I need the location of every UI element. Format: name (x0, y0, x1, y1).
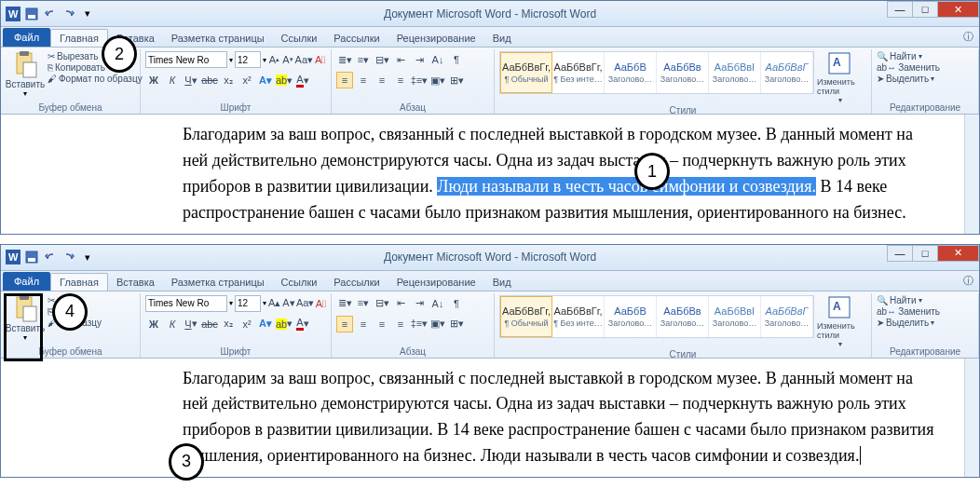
close-button[interactable]: ✕ (937, 245, 979, 262)
underline-button[interactable]: Ч▾ (183, 316, 199, 332)
styles-gallery[interactable]: АаБбВвГг,¶ ОбычныйАаБбВвГг,¶ Без инте…Аа… (499, 295, 814, 338)
change-styles-button[interactable]: A Изменить стили ▾ (817, 51, 864, 104)
align-center-button[interactable]: ≡ (355, 316, 372, 332)
help-icon[interactable]: ⓘ (963, 30, 973, 44)
document-body[interactable]: Благодарим за ваш вопрос, связанный с по… (1, 115, 979, 234)
shrink-font-button[interactable]: A▾ (282, 51, 294, 68)
style-card[interactable]: АаБбВвГЗаголово… (761, 52, 813, 93)
italic-button[interactable]: К (164, 72, 181, 88)
tab-references[interactable]: Ссылки (273, 274, 326, 291)
replace-button[interactable]: ab↔ Заменить (877, 62, 973, 73)
multilevel-button[interactable]: ⊟▾ (374, 51, 390, 68)
style-card[interactable]: АаБбВвГг,¶ Без инте… (552, 52, 605, 93)
shading-button[interactable]: ▣▾ (429, 72, 446, 88)
tab-mailings[interactable]: Рассылки (325, 274, 388, 291)
align-left-button[interactable]: ≡ (336, 316, 353, 332)
change-case-button[interactable]: Aa▾ (297, 295, 314, 312)
chevron-down-icon[interactable]: ▾ (229, 299, 233, 307)
tab-home[interactable]: Главная (50, 273, 108, 291)
tab-references[interactable]: Ссылки (273, 30, 326, 47)
redo-icon[interactable] (61, 6, 77, 22)
style-card[interactable]: АаБбВвІЗаголово… (709, 296, 761, 337)
chevron-down-icon[interactable]: ▾ (263, 56, 266, 64)
text-effects-button[interactable]: A▾ (257, 316, 274, 332)
qat-dropdown-icon[interactable]: ▾ (79, 249, 96, 265)
tab-view[interactable]: Вид (484, 274, 520, 291)
borders-button[interactable]: ⊞▾ (448, 72, 465, 88)
font-name-select[interactable] (145, 51, 227, 68)
bullets-button[interactable]: ≣▾ (336, 295, 353, 312)
qat-dropdown-icon[interactable]: ▾ (79, 6, 96, 22)
tab-review[interactable]: Рецензирование (388, 30, 484, 47)
scrollbar-v[interactable] (964, 359, 979, 478)
clear-format-button[interactable]: Aͫ (314, 51, 326, 68)
text-effects-button[interactable]: A▾ (257, 72, 274, 88)
find-button[interactable]: 🔍Найти▾ (877, 295, 973, 305)
style-card[interactable]: АаБбВЗаголово… (605, 52, 657, 93)
chevron-down-icon[interactable]: ▾ (263, 299, 266, 307)
align-right-button[interactable]: ≡ (374, 72, 390, 88)
strike-button[interactable]: abc (201, 72, 218, 88)
style-card[interactable]: АаБбВвІЗаголово… (709, 52, 761, 93)
shrink-font-button[interactable]: A▾ (282, 295, 294, 312)
sort-button[interactable]: A↓ (429, 295, 446, 312)
style-card[interactable]: АаБбВЗаголово… (605, 296, 657, 337)
save-icon[interactable] (23, 249, 40, 265)
format-painter-button[interactable]: 🖌 Формат по образцу (48, 74, 143, 84)
tab-view[interactable]: Вид (484, 30, 520, 47)
paste-button[interactable]: Вставить ▾ (6, 51, 45, 98)
file-tab[interactable]: Файл (3, 272, 50, 291)
bullets-button[interactable]: ≣▾ (336, 51, 353, 68)
maximize-button[interactable]: □ (912, 1, 938, 18)
style-card[interactable]: АаБбВвГг,¶ Без инте… (552, 296, 605, 337)
grow-font-button[interactable]: A▴ (268, 295, 280, 312)
redo-icon[interactable] (61, 249, 77, 265)
styles-gallery[interactable]: АаБбВвГг,¶ ОбычныйАаБбВвГг,¶ Без инте…Аа… (499, 51, 814, 94)
line-spacing-button[interactable]: ‡≡▾ (411, 72, 428, 88)
select-button[interactable]: ➤Выделить▾ (877, 318, 973, 328)
align-left-button[interactable]: ≡ (336, 72, 353, 88)
font-color-button[interactable]: A▾ (294, 316, 311, 332)
font-size-select[interactable] (235, 51, 261, 68)
change-case-button[interactable]: Aa▾ (295, 51, 312, 68)
tab-review[interactable]: Рецензирование (388, 274, 484, 291)
underline-button[interactable]: Ч▾ (183, 72, 199, 88)
replace-button[interactable]: ab↔Заменить (877, 306, 973, 317)
tab-pagelayout[interactable]: Разметка страницы (163, 274, 273, 291)
tab-mailings[interactable]: Рассылки (325, 30, 388, 47)
multilevel-button[interactable]: ⊟▾ (374, 295, 390, 312)
find-button[interactable]: 🔍 Найти ▾ (877, 51, 973, 61)
show-marks-button[interactable]: ¶ (448, 295, 465, 312)
select-button[interactable]: ➤ Выделить ▾ (877, 74, 973, 84)
close-button[interactable]: ✕ (937, 1, 979, 18)
help-icon[interactable]: ⓘ (963, 274, 973, 288)
borders-button[interactable]: ⊞▾ (448, 316, 465, 332)
strike-button[interactable]: abc (201, 316, 218, 332)
increase-indent-button[interactable]: ⇥ (411, 295, 428, 312)
justify-button[interactable]: ≡ (392, 72, 409, 88)
align-center-button[interactable]: ≡ (355, 72, 372, 88)
clear-format-button[interactable]: Aͫ (316, 295, 326, 312)
superscript-button[interactable]: x² (238, 316, 255, 332)
change-styles-button[interactable]: A Изменить стили ▾ (817, 295, 864, 348)
tab-pagelayout[interactable]: Разметка страницы (163, 30, 273, 47)
subscript-button[interactable]: x₂ (220, 72, 237, 88)
undo-icon[interactable] (42, 6, 59, 22)
decrease-indent-button[interactable]: ⇤ (392, 295, 409, 312)
decrease-indent-button[interactable]: ⇤ (392, 51, 409, 68)
bold-button[interactable]: Ж (145, 316, 162, 332)
highlight-button[interactable]: ab▾ (276, 316, 293, 332)
style-card[interactable]: АаБбВвЗаголово… (657, 52, 709, 93)
style-card[interactable]: АаБбВвЗаголово… (657, 296, 709, 337)
style-card[interactable]: АаБбВвГг,¶ Обычный (500, 52, 552, 93)
tab-insert[interactable]: Вставка (108, 274, 163, 291)
scrollbar-v[interactable] (964, 115, 979, 234)
undo-icon[interactable] (42, 249, 59, 265)
save-icon[interactable] (23, 6, 40, 22)
maximize-button[interactable]: □ (912, 245, 938, 262)
justify-button[interactable]: ≡ (392, 316, 409, 332)
increase-indent-button[interactable]: ⇥ (411, 51, 428, 68)
line-spacing-button[interactable]: ‡≡▾ (411, 316, 428, 332)
subscript-button[interactable]: x₂ (220, 316, 237, 332)
grow-font-button[interactable]: A▴ (268, 51, 280, 68)
